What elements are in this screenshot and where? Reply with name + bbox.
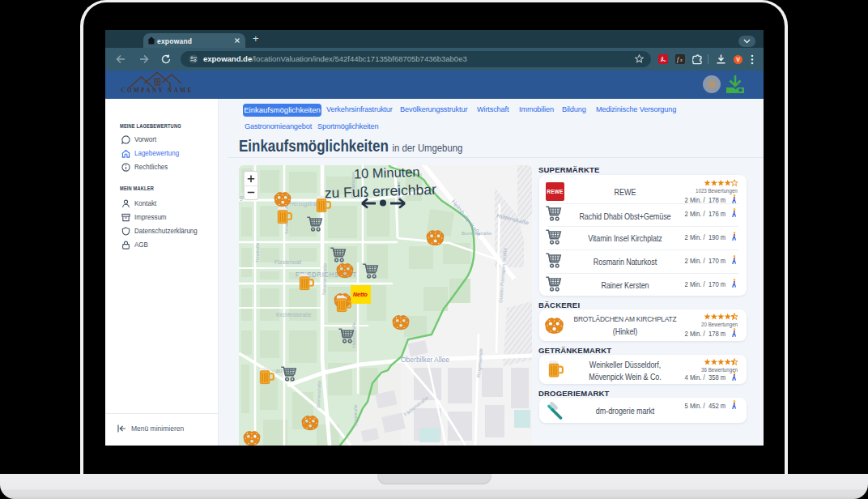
svg-text:Oberbilker Allee: Oberbilker Allee (401, 356, 449, 364)
svg-text:Tonstraße: Tonstraße (255, 243, 260, 262)
svg-text:Netto: Netto (353, 292, 368, 297)
svg-text:Kirchfeldstraße: Kirchfeldstraße (276, 312, 312, 318)
svg-text:Slogan Goes Here: Slogan Goes Here (131, 94, 182, 98)
svg-text:Fürstenwall: Fürstenwall (274, 259, 302, 265)
svg-text:x: x (679, 58, 683, 62)
svg-text:10 Minuten: 10 Minuten (354, 165, 420, 181)
svg-text:Siegstraße: Siegstraße (353, 404, 358, 426)
svg-text:Zimmerstraße: Zimmerstraße (316, 381, 321, 408)
svg-text:COMPANY NAME: COMPANY NAME (121, 87, 193, 94)
svg-text:Bunsenstraße: Bunsenstraße (462, 231, 492, 236)
